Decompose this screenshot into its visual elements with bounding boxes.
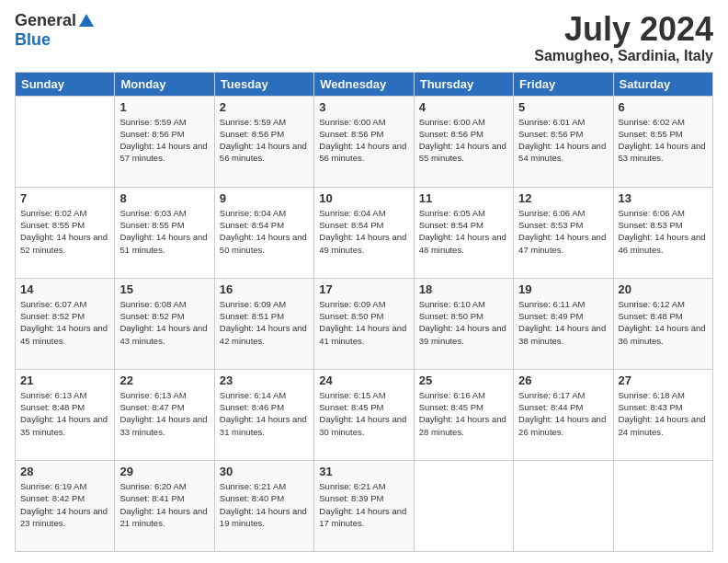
day-info: Sunrise: 6:09 AMSunset: 8:50 PMDaylight:… — [319, 298, 408, 347]
day-number: 20 — [619, 282, 708, 296]
day-number: 6 — [619, 100, 708, 114]
day-number: 31 — [319, 465, 408, 478]
calendar-header-row: Sunday Monday Tuesday Wednesday Thursday… — [16, 72, 713, 96]
day-number: 27 — [619, 373, 708, 387]
day-info: Sunrise: 6:07 AMSunset: 8:52 PMDaylight:… — [20, 298, 109, 347]
table-row — [16, 96, 115, 187]
table-row: 28Sunrise: 6:19 AMSunset: 8:42 PMDayligh… — [16, 460, 115, 551]
table-row: 30Sunrise: 6:21 AMSunset: 8:40 PMDayligh… — [214, 460, 313, 551]
day-number: 1 — [119, 100, 209, 114]
col-saturday: Saturday — [613, 72, 712, 96]
day-info: Sunrise: 6:06 AMSunset: 8:53 PMDaylight:… — [619, 207, 708, 256]
day-number: 9 — [220, 191, 309, 205]
title-section: July 2024 Samugheo, Sardinia, Italy — [534, 11, 713, 64]
day-info: Sunrise: 6:04 AMSunset: 8:54 PMDaylight:… — [319, 207, 408, 256]
day-info: Sunrise: 6:18 AMSunset: 8:43 PMDaylight:… — [619, 389, 708, 438]
day-info: Sunrise: 6:21 AMSunset: 8:39 PMDaylight:… — [319, 480, 408, 529]
calendar-week-row: 21Sunrise: 6:13 AMSunset: 8:48 PMDayligh… — [16, 369, 713, 460]
day-info: Sunrise: 6:11 AMSunset: 8:49 PMDaylight:… — [518, 298, 608, 347]
day-number: 12 — [518, 191, 608, 205]
day-info: Sunrise: 6:03 AMSunset: 8:55 PMDaylight:… — [119, 207, 209, 256]
day-number: 21 — [20, 373, 109, 387]
table-row: 16Sunrise: 6:09 AMSunset: 8:51 PMDayligh… — [214, 278, 313, 369]
table-row: 20Sunrise: 6:12 AMSunset: 8:48 PMDayligh… — [613, 278, 712, 369]
day-info: Sunrise: 6:00 AMSunset: 8:56 PMDaylight:… — [319, 116, 408, 165]
day-number: 7 — [20, 191, 109, 205]
day-number: 14 — [20, 282, 109, 296]
day-info: Sunrise: 6:19 AMSunset: 8:42 PMDaylight:… — [20, 480, 109, 529]
day-number: 15 — [119, 282, 209, 296]
day-number: 19 — [518, 282, 608, 296]
day-info: Sunrise: 6:13 AMSunset: 8:48 PMDaylight:… — [20, 389, 109, 438]
day-info: Sunrise: 6:05 AMSunset: 8:54 PMDaylight:… — [419, 207, 508, 256]
table-row: 25Sunrise: 6:16 AMSunset: 8:45 PMDayligh… — [414, 369, 513, 460]
table-row: 15Sunrise: 6:08 AMSunset: 8:52 PMDayligh… — [115, 278, 214, 369]
table-row: 14Sunrise: 6:07 AMSunset: 8:52 PMDayligh… — [16, 278, 115, 369]
table-row — [514, 460, 613, 551]
day-info: Sunrise: 6:14 AMSunset: 8:46 PMDaylight:… — [220, 389, 309, 438]
table-row: 5Sunrise: 6:01 AMSunset: 8:56 PMDaylight… — [514, 96, 613, 187]
day-number: 22 — [119, 373, 209, 387]
table-row: 10Sunrise: 6:04 AMSunset: 8:54 PMDayligh… — [314, 187, 414, 278]
logo: General Blue — [15, 11, 94, 50]
table-row: 3Sunrise: 6:00 AMSunset: 8:56 PMDaylight… — [314, 96, 414, 187]
day-number: 13 — [619, 191, 708, 205]
table-row: 24Sunrise: 6:15 AMSunset: 8:45 PMDayligh… — [314, 369, 414, 460]
day-number: 26 — [518, 373, 608, 387]
header: General Blue July 2024 Samugheo, Sardini… — [15, 11, 713, 64]
table-row: 22Sunrise: 6:13 AMSunset: 8:47 PMDayligh… — [115, 369, 214, 460]
day-number: 4 — [419, 100, 508, 114]
table-row: 11Sunrise: 6:05 AMSunset: 8:54 PMDayligh… — [414, 187, 513, 278]
table-row: 17Sunrise: 6:09 AMSunset: 8:50 PMDayligh… — [314, 278, 414, 369]
table-row — [613, 460, 712, 551]
day-number: 2 — [220, 100, 309, 114]
col-thursday: Thursday — [414, 72, 513, 96]
day-info: Sunrise: 6:02 AMSunset: 8:55 PMDaylight:… — [619, 116, 708, 165]
table-row: 21Sunrise: 6:13 AMSunset: 8:48 PMDayligh… — [16, 369, 115, 460]
table-row: 9Sunrise: 6:04 AMSunset: 8:54 PMDaylight… — [214, 187, 313, 278]
table-row — [414, 460, 513, 551]
day-info: Sunrise: 5:59 AMSunset: 8:56 PMDaylight:… — [220, 116, 309, 165]
calendar-week-row: 14Sunrise: 6:07 AMSunset: 8:52 PMDayligh… — [16, 278, 713, 369]
day-info: Sunrise: 6:09 AMSunset: 8:51 PMDaylight:… — [220, 298, 309, 347]
day-info: Sunrise: 6:08 AMSunset: 8:52 PMDaylight:… — [119, 298, 209, 347]
col-wednesday: Wednesday — [314, 72, 414, 96]
table-row: 29Sunrise: 6:20 AMSunset: 8:41 PMDayligh… — [115, 460, 214, 551]
day-info: Sunrise: 6:02 AMSunset: 8:55 PMDaylight:… — [20, 207, 109, 256]
table-row: 7Sunrise: 6:02 AMSunset: 8:55 PMDaylight… — [16, 187, 115, 278]
table-row: 8Sunrise: 6:03 AMSunset: 8:55 PMDaylight… — [115, 187, 214, 278]
location-text: Samugheo, Sardinia, Italy — [534, 48, 713, 64]
table-row: 1Sunrise: 5:59 AMSunset: 8:56 PMDaylight… — [115, 96, 214, 187]
day-number: 16 — [220, 282, 309, 296]
day-info: Sunrise: 6:15 AMSunset: 8:45 PMDaylight:… — [319, 389, 408, 438]
day-number: 25 — [419, 373, 508, 387]
day-number: 3 — [319, 100, 408, 114]
logo-general-text: General — [15, 11, 76, 30]
calendar-week-row: 28Sunrise: 6:19 AMSunset: 8:42 PMDayligh… — [16, 460, 713, 551]
day-info: Sunrise: 6:16 AMSunset: 8:45 PMDaylight:… — [419, 389, 508, 438]
calendar-table: Sunday Monday Tuesday Wednesday Thursday… — [15, 72, 713, 552]
day-info: Sunrise: 6:00 AMSunset: 8:56 PMDaylight:… — [419, 116, 508, 165]
col-friday: Friday — [514, 72, 613, 96]
logo-triangle-icon — [79, 14, 94, 27]
table-row: 4Sunrise: 6:00 AMSunset: 8:56 PMDaylight… — [414, 96, 513, 187]
day-number: 30 — [220, 465, 309, 478]
day-info: Sunrise: 5:59 AMSunset: 8:56 PMDaylight:… — [119, 116, 209, 165]
day-info: Sunrise: 6:12 AMSunset: 8:48 PMDaylight:… — [619, 298, 708, 347]
day-number: 10 — [319, 191, 408, 205]
day-number: 29 — [119, 465, 209, 478]
logo-blue-text: Blue — [15, 30, 51, 50]
day-number: 5 — [518, 100, 608, 114]
day-number: 23 — [220, 373, 309, 387]
day-number: 18 — [419, 282, 508, 296]
table-row: 13Sunrise: 6:06 AMSunset: 8:53 PMDayligh… — [613, 187, 712, 278]
table-row: 2Sunrise: 5:59 AMSunset: 8:56 PMDaylight… — [214, 96, 313, 187]
day-info: Sunrise: 6:21 AMSunset: 8:40 PMDaylight:… — [220, 480, 309, 529]
calendar-week-row: 1Sunrise: 5:59 AMSunset: 8:56 PMDaylight… — [16, 96, 713, 187]
table-row: 18Sunrise: 6:10 AMSunset: 8:50 PMDayligh… — [414, 278, 513, 369]
table-row: 31Sunrise: 6:21 AMSunset: 8:39 PMDayligh… — [314, 460, 414, 551]
table-row: 12Sunrise: 6:06 AMSunset: 8:53 PMDayligh… — [514, 187, 613, 278]
table-row: 27Sunrise: 6:18 AMSunset: 8:43 PMDayligh… — [613, 369, 712, 460]
col-monday: Monday — [115, 72, 214, 96]
day-info: Sunrise: 6:17 AMSunset: 8:44 PMDaylight:… — [518, 389, 608, 438]
